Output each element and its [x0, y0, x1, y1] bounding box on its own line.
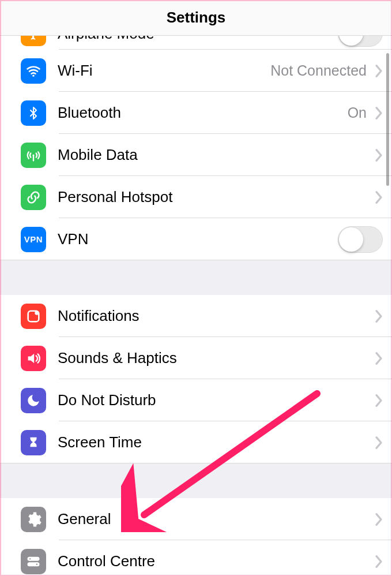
row-wifi[interactable]: Wi-Fi Not Connected	[0, 50, 392, 92]
chevron-right-icon	[375, 436, 383, 450]
section-gap	[0, 463, 392, 498]
section-gap	[0, 260, 392, 295]
hourglass-icon	[21, 430, 46, 455]
chevron-right-icon	[375, 64, 383, 78]
row-control-centre[interactable]: Control Centre	[0, 540, 392, 576]
row-airplane-mode[interactable]: Airplane Mode	[0, 36, 392, 50]
airplane-toggle[interactable]	[338, 36, 383, 47]
settings-header: Settings	[0, 0, 392, 36]
row-notifications[interactable]: Notifications	[0, 295, 392, 337]
chevron-right-icon	[375, 190, 383, 204]
scroll-indicator[interactable]	[386, 53, 389, 186]
row-label: Airplane Mode	[58, 36, 338, 43]
row-general[interactable]: General	[0, 498, 392, 540]
page-title: Settings	[167, 9, 226, 27]
speaker-icon	[21, 346, 46, 371]
chevron-right-icon	[375, 513, 383, 526]
chevron-right-icon	[375, 148, 383, 162]
chevron-right-icon	[375, 106, 383, 120]
svg-point-6	[29, 558, 32, 560]
airplane-icon	[21, 36, 46, 46]
row-label: Wi-Fi	[58, 62, 270, 80]
switches-icon	[21, 549, 46, 574]
chevron-right-icon	[375, 309, 383, 323]
settings-scroll-area[interactable]: Airplane Mode Wi-Fi Not Connected Blueto…	[0, 36, 392, 576]
row-label: Personal Hotspot	[58, 188, 372, 206]
chevron-right-icon	[375, 351, 383, 365]
chevron-right-icon	[375, 555, 383, 568]
notifications-icon	[21, 304, 46, 329]
settings-group-general: General Control Centre	[0, 498, 392, 576]
bluetooth-icon	[21, 100, 46, 126]
vpn-icon: VPN	[21, 227, 46, 252]
row-vpn[interactable]: VPN VPN	[0, 218, 392, 260]
row-label: Screen Time	[58, 433, 372, 451]
moon-icon	[21, 388, 46, 413]
row-bluetooth[interactable]: Bluetooth On	[0, 92, 392, 134]
row-label: Notifications	[58, 307, 372, 325]
row-label: Do Not Disturb	[58, 391, 372, 409]
row-label: VPN	[58, 230, 338, 248]
row-personal-hotspot[interactable]: Personal Hotspot	[0, 176, 392, 218]
antenna-icon	[21, 143, 46, 168]
row-label: Control Centre	[58, 552, 372, 570]
row-label: Sounds & Haptics	[58, 349, 372, 367]
row-label: Bluetooth	[58, 104, 348, 122]
row-value: Not Connected	[270, 62, 367, 79]
vpn-toggle[interactable]	[338, 226, 383, 253]
gear-icon	[21, 507, 46, 532]
wifi-icon	[21, 58, 46, 84]
svg-point-0	[32, 74, 34, 76]
settings-group-alerts: Notifications Sounds & Haptics Do Not Di…	[0, 295, 392, 463]
row-sounds-haptics[interactable]: Sounds & Haptics	[0, 337, 392, 379]
row-label: Mobile Data	[58, 146, 372, 164]
settings-group-connectivity: Airplane Mode Wi-Fi Not Connected Blueto…	[0, 36, 392, 260]
row-label: General	[58, 510, 372, 528]
svg-point-4	[35, 311, 39, 315]
row-screen-time[interactable]: Screen Time	[0, 421, 392, 463]
row-mobile-data[interactable]: Mobile Data	[0, 134, 392, 176]
svg-point-8	[36, 563, 39, 566]
row-value: On	[348, 104, 367, 121]
chevron-right-icon	[375, 394, 383, 407]
link-icon	[21, 185, 46, 210]
row-do-not-disturb[interactable]: Do Not Disturb	[0, 379, 392, 421]
